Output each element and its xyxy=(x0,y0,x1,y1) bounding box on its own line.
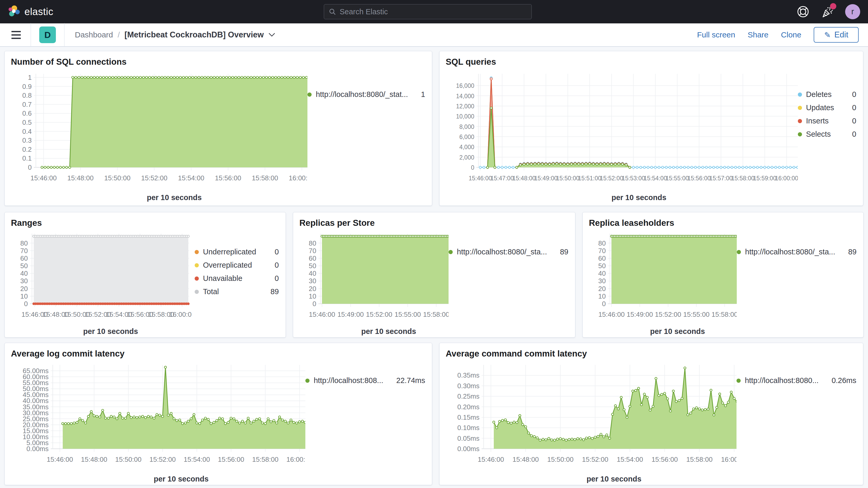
svg-text:15:58:00: 15:58:00 xyxy=(712,310,737,318)
svg-text:0.30ms: 0.30ms xyxy=(457,382,479,390)
legend-item[interactable]: Unavailable 0 xyxy=(195,274,279,283)
svg-text:per 10 seconds: per 10 seconds xyxy=(612,193,666,202)
svg-text:per 10 seconds: per 10 seconds xyxy=(650,327,705,335)
legend-item[interactable]: Selects 0 xyxy=(798,130,856,139)
svg-text:15:46:00: 15:46:00 xyxy=(469,175,492,182)
sql-connections-chart[interactable]: 00.10.20.30.40.50.60.70.80.9115:46:0015:… xyxy=(10,67,307,204)
command-commit-latency-chart[interactable]: 0.00ms0.05ms0.10ms0.15ms0.20ms0.25ms0.30… xyxy=(445,359,737,485)
svg-text:0.2: 0.2 xyxy=(22,146,32,153)
elastic-brand[interactable]: elastic xyxy=(7,5,53,19)
svg-text:15:55:00: 15:55:00 xyxy=(683,310,710,318)
svg-text:20: 20 xyxy=(20,285,28,293)
space-switcher[interactable]: D xyxy=(39,27,56,43)
svg-text:40: 40 xyxy=(598,270,606,277)
legend-label: Total xyxy=(203,287,219,296)
log-commit-latency-chart[interactable]: 0.00ms5.00ms10.00ms15.00ms20.00ms25.00ms… xyxy=(10,359,305,485)
panel-title: Replica leaseholders xyxy=(589,218,858,228)
legend-item[interactable]: http://localhost:8080... 0.26ms xyxy=(737,376,856,385)
svg-text:0.4: 0.4 xyxy=(22,128,32,135)
chart-legend: Deletes 0 Updates 0 Inserts 0 xyxy=(798,90,858,204)
svg-text:60: 60 xyxy=(20,254,28,262)
svg-text:50: 50 xyxy=(20,262,28,270)
replicas-per-store-chart[interactable]: 0102030405060708015:46:0015:49:0015:52:0… xyxy=(298,228,448,338)
edit-button[interactable]: ✎ Edit xyxy=(814,27,859,42)
svg-text:15:46:00: 15:46:00 xyxy=(47,456,73,463)
full-screen-button[interactable]: Full screen xyxy=(697,30,735,39)
legend-value: 0 xyxy=(852,90,856,99)
panel-log-commit-latency: Average log commit latency 0.00ms5.00ms1… xyxy=(4,343,432,485)
svg-text:80: 80 xyxy=(20,239,28,247)
svg-text:15:55:00: 15:55:00 xyxy=(665,175,689,182)
user-avatar[interactable]: r xyxy=(845,4,860,19)
panel-title: Average log commit latency xyxy=(11,349,427,359)
svg-text:15:52:00: 15:52:00 xyxy=(366,310,392,318)
panel-sql-connections: Number of SQL connections 00.10.20.30.40… xyxy=(4,51,432,206)
svg-text:16:00:00: 16:00:00 xyxy=(286,456,305,463)
svg-text:15:49:00: 15:49:00 xyxy=(534,175,558,182)
svg-text:15:52:00: 15:52:00 xyxy=(600,175,623,182)
chart-legend: http://localhost:808... 22.74ms xyxy=(305,376,427,485)
legend-item[interactable]: Updates 0 xyxy=(798,103,856,112)
svg-text:50: 50 xyxy=(598,262,606,270)
legend-value: 0 xyxy=(275,274,279,283)
svg-text:40: 40 xyxy=(20,270,28,277)
chevron-down-icon[interactable] xyxy=(269,33,275,37)
chart-legend: http://localhost:8080/_stat... 1 xyxy=(307,90,427,204)
chart-legend: http://localhost:8080... 0.26ms xyxy=(737,376,858,485)
menu-button[interactable] xyxy=(9,28,23,41)
whats-new-button[interactable] xyxy=(821,5,834,18)
svg-text:15:50:00: 15:50:00 xyxy=(556,175,580,182)
chart-legend: Underreplicated 0 Overreplicated 0 Unava… xyxy=(195,248,280,338)
panel-title: Number of SQL connections xyxy=(11,57,427,67)
svg-text:15:47:00: 15:47:00 xyxy=(490,175,514,182)
svg-text:15:59:00: 15:59:00 xyxy=(753,175,777,182)
svg-text:0.3: 0.3 xyxy=(22,136,32,144)
pencil-icon: ✎ xyxy=(824,30,831,39)
legend-item[interactable]: Deletes 0 xyxy=(798,90,856,99)
svg-text:16,000: 16,000 xyxy=(456,82,474,89)
brand-text: elastic xyxy=(24,6,53,18)
svg-text:10: 10 xyxy=(598,292,606,300)
svg-text:per 10 seconds: per 10 seconds xyxy=(83,327,138,335)
life-ring-icon xyxy=(797,5,809,18)
sql-queries-chart[interactable]: 02,0004,0006,0008,00010,00012,00014,0001… xyxy=(445,67,798,204)
breadcrumb-dashboard-link[interactable]: Dashboard xyxy=(75,30,113,39)
legend-item[interactable]: Inserts 0 xyxy=(798,117,856,125)
legend-item[interactable]: http://localhost:808... 22.74ms xyxy=(305,376,425,385)
legend-item[interactable]: Total 89 xyxy=(195,287,279,296)
legend-swatch xyxy=(798,92,802,97)
legend-item[interactable]: http://localhost:8080/_sta... 89 xyxy=(448,248,568,256)
svg-text:0.00ms: 0.00ms xyxy=(457,445,479,453)
legend-item[interactable]: http://localhost:8080/_sta... 89 xyxy=(737,248,857,256)
help-button[interactable] xyxy=(797,5,809,18)
share-button[interactable]: Share xyxy=(748,30,769,39)
legend-value: 0 xyxy=(275,261,279,270)
global-search[interactable] xyxy=(324,4,532,19)
legend-swatch xyxy=(737,250,741,254)
svg-text:per 10 seconds: per 10 seconds xyxy=(587,475,641,483)
svg-text:80: 80 xyxy=(309,239,316,247)
breadcrumb: Dashboard / [Metricbeat CockroachDB] Ove… xyxy=(75,30,275,39)
svg-text:10: 10 xyxy=(309,292,316,300)
svg-text:6,000: 6,000 xyxy=(459,133,474,140)
legend-value: 89 xyxy=(848,248,857,256)
svg-text:12,000: 12,000 xyxy=(456,103,474,110)
legend-swatch xyxy=(737,378,741,383)
clone-button[interactable]: Clone xyxy=(781,30,801,39)
svg-text:8,000: 8,000 xyxy=(459,123,474,130)
search-input[interactable] xyxy=(340,7,527,16)
svg-text:0.20ms: 0.20ms xyxy=(457,403,479,411)
ranges-chart[interactable]: 0102030405060708015:46:0015:48:0015:50:0… xyxy=(10,228,192,338)
svg-text:15:52:00: 15:52:00 xyxy=(141,174,167,182)
svg-text:30: 30 xyxy=(309,277,316,285)
svg-text:per 10 seconds: per 10 seconds xyxy=(361,327,416,335)
legend-item[interactable]: Underreplicated 0 xyxy=(195,248,279,256)
legend-label: Selects xyxy=(806,130,831,139)
legend-item[interactable]: Overreplicated 0 xyxy=(195,261,279,270)
replica-leaseholders-chart[interactable]: 0102030405060708015:46:0015:49:0015:52:0… xyxy=(588,228,737,338)
legend-item[interactable]: http://localhost:8080/_stat... 1 xyxy=(307,90,425,99)
svg-text:16:00:00: 16:00:00 xyxy=(721,456,737,463)
svg-text:15:50:00: 15:50:00 xyxy=(547,456,574,463)
svg-text:0.6: 0.6 xyxy=(22,110,32,117)
legend-value: 0 xyxy=(275,248,279,256)
